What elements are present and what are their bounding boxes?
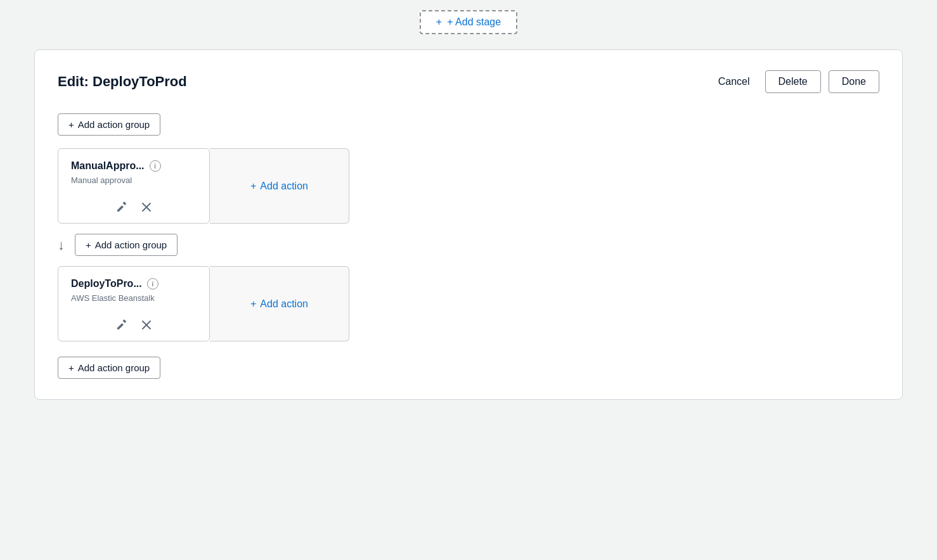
plus-icon: +: [436, 16, 442, 28]
info-icon-1[interactable]: i: [150, 160, 161, 172]
action-card-1-title-row: ManualAppro... i: [71, 160, 197, 172]
info-icon-2[interactable]: i: [147, 278, 158, 290]
add-action-group-label-middle: Add action group: [95, 239, 167, 250]
action-card-2-title-row: DeployToPro... i: [71, 278, 197, 290]
action-row-2: DeployToPro... i AWS Elastic Beanstalk: [58, 266, 879, 341]
add-action-group-label-top: Add action group: [78, 119, 150, 130]
between-row: ↓ + Add action group: [58, 234, 879, 256]
edit-panel: Edit: DeployToProd Cancel Delete Done + …: [34, 49, 903, 400]
add-action-group-button-bottom[interactable]: + Add action group: [58, 357, 160, 379]
done-button[interactable]: Done: [829, 70, 879, 93]
edit-action-2-button[interactable]: [115, 318, 129, 332]
add-action-button-2[interactable]: + Add action: [239, 291, 320, 317]
delete-button[interactable]: Delete: [765, 70, 821, 93]
plus-icon-top: +: [68, 119, 74, 130]
edit-action-1-button[interactable]: [115, 200, 129, 214]
action-row-1: ManualAppro... i Manual approval: [58, 148, 879, 224]
action-card-1-icons: [71, 195, 197, 214]
edit-header: Edit: DeployToProd Cancel Delete Done: [58, 70, 879, 93]
header-actions: Cancel Delete Done: [711, 70, 879, 93]
plus-add-action-1: +: [250, 181, 256, 192]
delete-action-2-button[interactable]: [140, 319, 153, 331]
edit-title: Edit: DeployToProd: [58, 73, 187, 90]
add-stage-button[interactable]: + + Add stage: [420, 10, 517, 34]
action-card-2-icons: [71, 313, 197, 332]
page-wrapper: + + Add stage Edit: DeployToProd Cancel …: [0, 0, 937, 560]
action-card-2: DeployToPro... i AWS Elastic Beanstalk: [58, 266, 210, 341]
add-action-group-button-middle[interactable]: + Add action group: [75, 234, 178, 256]
down-arrow-icon: ↓: [58, 237, 65, 253]
add-action-label-1: Add action: [260, 181, 308, 192]
add-action-button-1[interactable]: + Add action: [239, 173, 320, 200]
add-action-cell-2: + Add action: [210, 266, 349, 341]
action-card-1: ManualAppro... i Manual approval: [58, 148, 210, 224]
action-card-1-name: ManualAppro...: [71, 160, 145, 172]
add-action-group-button-top[interactable]: + Add action group: [58, 113, 160, 136]
add-action-cell-1: + Add action: [210, 148, 349, 224]
add-action-group-label-bottom: Add action group: [78, 362, 150, 373]
cancel-button[interactable]: Cancel: [711, 71, 758, 92]
add-stage-label: + Add stage: [447, 16, 501, 28]
plus-icon-middle: +: [86, 239, 91, 250]
delete-action-1-button[interactable]: [140, 201, 153, 213]
action-card-2-subtitle: AWS Elastic Beanstalk: [71, 293, 197, 303]
add-action-label-2: Add action: [260, 298, 308, 310]
plus-icon-bottom: +: [68, 362, 74, 373]
action-card-2-name: DeployToPro...: [71, 278, 142, 290]
plus-add-action-2: +: [250, 298, 256, 310]
action-card-1-subtitle: Manual approval: [71, 175, 197, 185]
bottom-add-group: + Add action group: [58, 357, 879, 379]
